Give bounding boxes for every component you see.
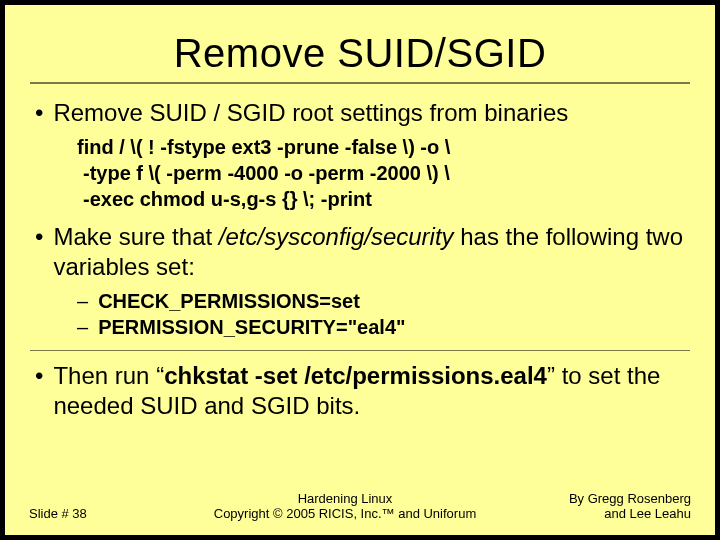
bullet-dot-icon: • (33, 222, 53, 252)
bullet-3-text: Then run “chkstat -set /etc/permissions.… (53, 361, 691, 421)
bullet-2-text: Make sure that /etc/sysconfig/security h… (53, 222, 691, 282)
bullet-1-text: Remove SUID / SGID root settings from bi… (53, 98, 568, 128)
footer-center: Hardening Linux Copyright © 2005 RICIS, … (159, 491, 531, 521)
footer-center-l1: Hardening Linux (159, 491, 531, 506)
bullet-item-3: • Then run “chkstat -set /etc/permission… (33, 361, 691, 421)
bullet-list: • Remove SUID / SGID root settings from … (29, 98, 691, 340)
dash-icon: – (77, 288, 98, 314)
dash-1-text: CHECK_PERMISSIONS=set (98, 288, 360, 314)
title-underline (30, 82, 690, 84)
code-line-1: find / \( ! -fstype ext3 -prune -false \… (77, 134, 691, 160)
dash-2-text: PERMISSION_SECURITY="eal4" (98, 314, 405, 340)
bullet-item-2: • Make sure that /etc/sysconfig/security… (33, 222, 691, 340)
dash-icon: – (77, 314, 98, 340)
dash-list: – CHECK_PERMISSIONS=set – PERMISSION_SEC… (77, 288, 691, 340)
bullet-dot-icon: • (33, 98, 53, 128)
page-title: Remove SUID/SGID (29, 31, 691, 76)
dash-item-2: – PERMISSION_SECURITY="eal4" (77, 314, 691, 340)
bullet-3-cmd: chkstat -set /etc/permissions.eal4 (164, 362, 547, 389)
code-block: find / \( ! -fstype ext3 -prune -false \… (33, 134, 691, 212)
slide-number: Slide # 38 (29, 506, 159, 521)
divider (30, 350, 690, 351)
dash-item-1: – CHECK_PERMISSIONS=set (77, 288, 691, 314)
slide: Remove SUID/SGID • Remove SUID / SGID ro… (5, 5, 715, 535)
footer-right-l1: By Gregg Rosenberg (531, 491, 691, 506)
bullet-2-pre: Make sure that (53, 223, 218, 250)
bullet-2-path: /etc/sysconfig/security (219, 223, 454, 250)
code-line-3: -exec chmod u-s,g-s {} \; -print (77, 186, 691, 212)
bullet-list-2: • Then run “chkstat -set /etc/permission… (29, 361, 691, 421)
footer-right: By Gregg Rosenberg and Lee Leahu (531, 491, 691, 521)
bullet-dot-icon: • (33, 361, 53, 391)
bullet-3-pre: Then run “ (53, 362, 164, 389)
bullet-item-1: • Remove SUID / SGID root settings from … (33, 98, 691, 212)
code-line-2: -type f \( -perm -4000 -o -perm -2000 \)… (77, 160, 691, 186)
footer-center-l2: Copyright © 2005 RICIS, Inc.™ and Unifor… (159, 506, 531, 521)
footer: Slide # 38 Hardening Linux Copyright © 2… (29, 491, 691, 521)
footer-right-l2: and Lee Leahu (531, 506, 691, 521)
